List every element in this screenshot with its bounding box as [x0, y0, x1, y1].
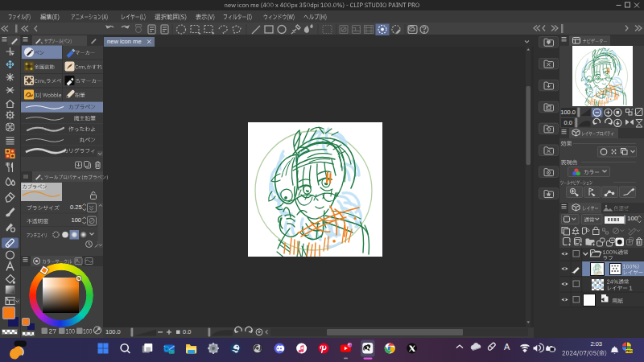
svg-text:NEW: NEW: [168, 351, 174, 354]
svg-text:PRO: PRO: [625, 349, 633, 353]
